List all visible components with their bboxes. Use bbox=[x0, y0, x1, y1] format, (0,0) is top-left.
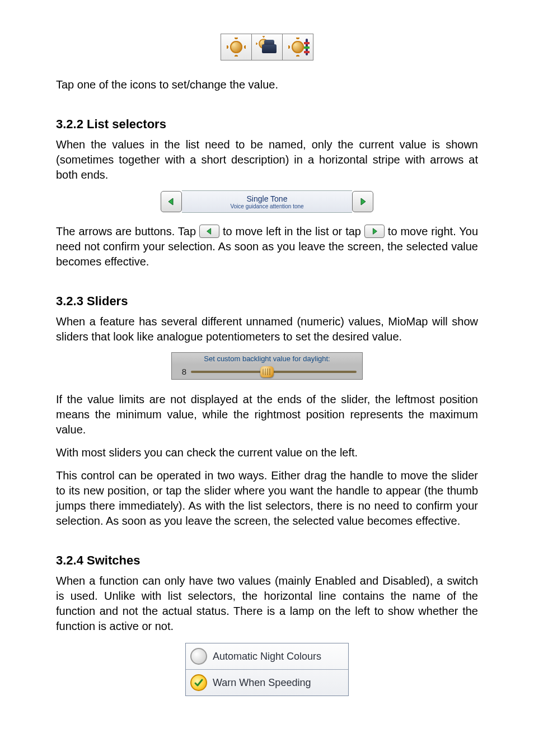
icon-option-1[interactable] bbox=[221, 34, 252, 60]
switch-label: Automatic Night Colours bbox=[213, 651, 321, 662]
check-icon bbox=[194, 678, 204, 688]
list-selector-value: Single Tone Voice guidance attention ton… bbox=[182, 190, 352, 213]
slider-track[interactable] bbox=[191, 371, 357, 373]
heading-switches: 3.2.4 Switches bbox=[56, 553, 478, 568]
gear-icon bbox=[292, 41, 304, 53]
slider-figure: Set custom backlight value for daylight:… bbox=[56, 352, 478, 380]
list-selectors-para2: The arrows are buttons. Tap to move left… bbox=[56, 224, 478, 269]
switch-auto-night-colours[interactable]: Automatic Night Colours bbox=[186, 643, 348, 670]
list-selector-title: Single Tone bbox=[247, 194, 288, 203]
svg-marker-1 bbox=[361, 198, 366, 205]
list-selectors-para1: When the values in the list need to be n… bbox=[56, 137, 478, 183]
text-fragment: to move left in the list or tap bbox=[223, 225, 364, 237]
sliders-para2: If the value limits are not displayed at… bbox=[56, 392, 478, 437]
slider-current-value: 8 bbox=[177, 367, 186, 376]
icon-option-2[interactable] bbox=[252, 34, 283, 60]
intro-paragraph: Tap one of the icons to set/change the v… bbox=[56, 77, 478, 92]
lamp-on-icon bbox=[190, 674, 207, 691]
switch-label: Warn When Speeding bbox=[213, 677, 311, 689]
svg-marker-3 bbox=[373, 228, 377, 234]
gear-icon bbox=[230, 41, 242, 53]
sliders-para3: With most sliders you can check the curr… bbox=[56, 445, 478, 460]
vertical-slider-icon bbox=[306, 39, 308, 55]
sliders-para1: When a feature has several different unn… bbox=[56, 314, 478, 344]
text-fragment: The arrows are buttons. Tap bbox=[56, 225, 199, 237]
heading-sliders: 3.2.3 Sliders bbox=[56, 294, 478, 309]
switch-warn-when-speeding[interactable]: Warn When Speeding bbox=[186, 670, 348, 696]
list-selector-left-button[interactable] bbox=[161, 191, 182, 212]
arrow-left-icon bbox=[205, 227, 213, 235]
lamp-off-icon bbox=[190, 648, 207, 665]
list-selector-right-button[interactable] bbox=[352, 191, 373, 212]
switches-para1: When a function can only have two values… bbox=[56, 573, 478, 634]
icon-strip bbox=[56, 34, 478, 60]
svg-marker-2 bbox=[207, 228, 211, 234]
sliders-para4: This control can be operated in two ways… bbox=[56, 468, 478, 529]
heading-list-selectors: 3.2.2 List selectors bbox=[56, 117, 478, 132]
arrow-left-icon bbox=[167, 197, 176, 206]
switches-figure: Automatic Night Colours Warn When Speedi… bbox=[56, 643, 478, 696]
inline-arrow-right-button[interactable] bbox=[364, 225, 385, 238]
inline-arrow-left-button[interactable] bbox=[199, 225, 219, 238]
slider-title: Set custom backlight value for daylight: bbox=[172, 353, 362, 365]
list-selector-subtitle: Voice guidance attention tone bbox=[230, 203, 303, 209]
car-icon bbox=[262, 44, 277, 53]
icon-option-3[interactable] bbox=[283, 34, 313, 60]
list-selector-figure: Single Tone Voice guidance attention ton… bbox=[56, 190, 478, 213]
arrow-right-icon bbox=[371, 227, 378, 235]
svg-marker-0 bbox=[168, 198, 173, 205]
arrow-right-icon bbox=[358, 197, 367, 206]
slider-thumb[interactable] bbox=[260, 366, 274, 377]
icon-strip-inner bbox=[221, 34, 313, 60]
